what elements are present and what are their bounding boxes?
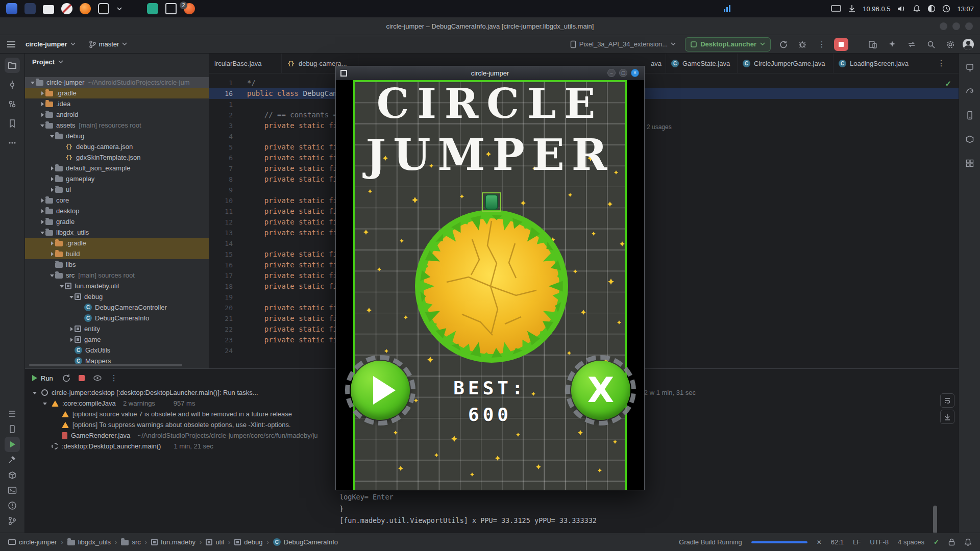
user-avatar[interactable] — [963, 39, 974, 50]
more-run-options-icon[interactable]: ⋮ — [815, 38, 829, 51]
cancel-build-icon[interactable]: ✕ — [817, 539, 822, 546]
run-config-selector[interactable]: DesktopLauncher — [685, 37, 771, 52]
tree-item-idea[interactable]: .idea — [25, 98, 209, 109]
rerun-task-icon[interactable] — [61, 373, 70, 383]
indent-setting[interactable]: 4 spaces — [898, 538, 924, 546]
game-canvas[interactable]: CIRCLE JUMPER — [336, 80, 644, 490]
tree-item-debugcamerainfo[interactable]: CDebugCameraInfo — [25, 313, 209, 323]
chevron-expanded-icon[interactable] — [50, 272, 55, 278]
tree-item-libgdx-utils[interactable]: libgdx_utils — [25, 227, 209, 238]
tree-item-libs[interactable]: libs — [25, 259, 209, 270]
layout-inspector-icon[interactable] — [962, 156, 977, 171]
terminal-dropdown-icon[interactable] — [116, 7, 122, 11]
run-more-options-icon[interactable]: ⋮ — [110, 373, 118, 383]
chevron-collapsed-icon[interactable] — [50, 165, 55, 171]
game-window-titlebar[interactable]: circle-jumper – ▢ × — [336, 66, 644, 80]
todo-list-icon[interactable] — [5, 406, 20, 421]
close-button[interactable] — [965, 22, 973, 30]
main-menu-icon[interactable] — [6, 40, 16, 48]
do-not-disturb-icon[interactable] — [927, 5, 936, 13]
chevron-expanded-icon[interactable] — [40, 230, 45, 235]
stop-task-icon[interactable] — [79, 375, 85, 381]
screenshot-tool-icon[interactable] — [147, 3, 158, 14]
file-encoding[interactable]: UTF-8 — [870, 538, 889, 546]
stop-button[interactable] — [834, 38, 848, 51]
play-button[interactable] — [351, 361, 410, 420]
notifications-icon[interactable] — [964, 538, 972, 546]
device-manager-icon[interactable] — [962, 108, 977, 123]
line-ending[interactable]: LF — [853, 538, 861, 546]
maximize-button[interactable] — [952, 22, 960, 30]
tree-item-fun-madeby-util[interactable]: fun.madeby.util — [25, 281, 209, 291]
app-inspection-icon[interactable] — [962, 132, 977, 147]
inspection-ok-icon[interactable]: ✓ — [945, 79, 951, 88]
horizontal-scrollbar[interactable] — [29, 364, 182, 366]
terminal-taskbar-icon[interactable] — [98, 3, 109, 14]
breadcrumb-item-circle-jumper[interactable]: circle-jumper — [8, 538, 57, 546]
breadcrumb-item-debug[interactable]: debug — [234, 538, 262, 546]
exit-button[interactable]: X — [571, 361, 630, 420]
project-panel-header[interactable]: Project — [25, 54, 209, 70]
chevron-collapsed-icon[interactable] — [69, 326, 75, 332]
editor-tab-ircularbase-java[interactable]: ircularBase.java — [209, 54, 282, 73]
sync-icon[interactable] — [904, 38, 919, 51]
chevron-expanded-icon[interactable] — [59, 283, 65, 289]
run-tab-label[interactable]: Run — [41, 374, 53, 382]
notifications-tray-icon[interactable] — [913, 5, 921, 13]
check-icon[interactable]: ✓ — [934, 538, 939, 546]
tree-item-desktop[interactable]: desktop — [25, 206, 209, 216]
device-explorer-icon[interactable] — [5, 421, 20, 437]
tree-item-gradle[interactable]: .gradle — [25, 238, 209, 248]
console-scrollbar[interactable] — [933, 506, 937, 534]
chevron-expanded-icon[interactable] — [40, 122, 45, 128]
chevron-collapsed-icon[interactable] — [40, 112, 45, 117]
chevron-collapsed-icon[interactable] — [50, 240, 55, 246]
running-devices-icon[interactable] — [962, 60, 977, 75]
system-monitor-icon[interactable] — [723, 5, 733, 13]
tree-item-src[interactable]: src[main] sources root — [25, 270, 209, 281]
chevron-collapsed-icon[interactable] — [50, 176, 55, 182]
run-console[interactable]: logKey= Enter}[fun.madeby.util.ViewportU… — [339, 491, 597, 527]
tree-item-android[interactable]: android — [25, 109, 209, 120]
breadcrumb-item-debugcamerainfo[interactable]: CDebugCameraInfo — [273, 538, 338, 546]
packages-icon[interactable] — [5, 467, 20, 483]
gradle-tool-icon[interactable] — [962, 84, 977, 99]
tree-item-assets[interactable]: assets[main] resources root — [25, 120, 209, 131]
breadcrumb-item-src[interactable]: src — [121, 538, 140, 546]
tree-item-game[interactable]: game — [25, 334, 209, 345]
tree-item-gdxutils[interactable]: CGdxUtils — [25, 345, 209, 356]
project-selector[interactable]: circle-jumper — [21, 39, 80, 49]
chevron-expanded-icon[interactable] — [50, 133, 55, 139]
search-icon[interactable] — [924, 38, 938, 51]
chevron-collapsed-icon[interactable] — [69, 337, 75, 342]
game-close-button[interactable]: × — [631, 69, 639, 77]
tree-item-debug-camera-json[interactable]: {}debug-camera.json — [25, 141, 209, 152]
game-minimize-button[interactable]: – — [607, 69, 616, 77]
tree-item-gdxskintemplate-json[interactable]: {}gdxSkinTemplate.json — [25, 152, 209, 163]
tree-item-debugcameracontroller[interactable]: CDebugCameraController — [25, 302, 209, 313]
network-download-icon[interactable] — [848, 5, 856, 13]
more-tabs-icon[interactable]: ⋮ — [937, 58, 945, 68]
tree-item-debug[interactable]: debug — [25, 131, 209, 141]
chevron-collapsed-icon[interactable] — [40, 208, 45, 214]
device-selector[interactable]: Pixel_3a_API_34_extension... — [566, 39, 680, 50]
pull-requests-icon[interactable] — [5, 96, 20, 112]
chevron-collapsed-icon[interactable] — [40, 90, 45, 96]
tree-item-circle-jumper[interactable]: circle-jumper~/AndroidStudioProjects/cir… — [25, 77, 209, 88]
editor-tab-gamestate-java[interactable]: CGameState.java — [666, 54, 738, 73]
editor-tab-ava[interactable]: ava — [646, 54, 666, 73]
tree-item-gradle[interactable]: gradle — [25, 216, 209, 227]
android-studio-taskbar-icon[interactable] — [6, 3, 17, 14]
tree-item-gameplay[interactable]: gameplay — [25, 173, 209, 184]
rerun-button[interactable] — [776, 38, 790, 51]
show-output-icon[interactable] — [93, 373, 102, 383]
cast-icon[interactable] — [831, 5, 841, 13]
branch-selector[interactable]: master — [85, 39, 132, 50]
tree-item-entity[interactable]: entity — [25, 323, 209, 334]
debug-button[interactable] — [795, 38, 810, 51]
settings-gear-icon[interactable] — [943, 38, 958, 51]
tree-item-ui[interactable]: ui — [25, 184, 209, 195]
more-tool-windows-icon[interactable] — [5, 135, 20, 151]
chevron-expanded-icon[interactable] — [42, 400, 48, 406]
tree-item-core[interactable]: core — [25, 195, 209, 206]
